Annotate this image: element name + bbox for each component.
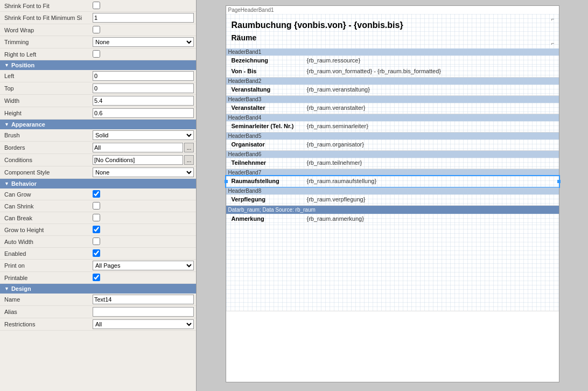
- shrink-font-value: [93, 2, 194, 10]
- word-wrap-checkbox[interactable]: [93, 26, 100, 33]
- header-band-4-label: HeaderBand4: [226, 114, 559, 121]
- report-designer: PageHeaderBand1 Raumbuchung {vonbis.von}…: [197, 0, 588, 391]
- empty-space: [226, 225, 559, 311]
- von-bis-content: Von - Bis {rb_raum.von_formatted} - {rb_…: [226, 66, 559, 77]
- shrink-font-label: Shrink Font to Fit: [2, 3, 93, 9]
- organisator-label: Organisator: [232, 141, 307, 149]
- borders-input[interactable]: [93, 143, 183, 152]
- left-input[interactable]: 0: [93, 71, 194, 81]
- header-band-6-content: Teilnehnmer {rb_raum.teilnehmer}: [226, 158, 559, 169]
- page-header-content: Raumbuchung {vonbis.von} - {vonbis.bis} …: [226, 14, 559, 48]
- header-band-8: HeaderBand8 Verpflegung {rb_raum.verpfle…: [226, 187, 559, 206]
- header-band-5: HeaderBand5 Organisator {rb_raum.organis…: [226, 132, 559, 151]
- right-to-left-checkbox[interactable]: [93, 50, 100, 58]
- can-grow-checkbox[interactable]: [93, 190, 100, 198]
- height-label: Height: [2, 110, 93, 116]
- printable-row: Printable: [0, 272, 196, 284]
- header-band-7-content[interactable]: Raumaufstellung {rb_raum.raumaufstellung…: [226, 176, 559, 187]
- data-band-content: Anmerkung {rb_raum.anmerkung}: [226, 214, 559, 225]
- conditions-label: Conditions: [2, 157, 93, 163]
- printable-checkbox[interactable]: [93, 274, 100, 281]
- trimming-row: Trimming None Character Word: [0, 36, 196, 48]
- von-bis-label: Von - Bis: [232, 68, 307, 75]
- design-section-header[interactable]: Design: [0, 284, 196, 294]
- position-section-header[interactable]: Position: [0, 60, 196, 70]
- can-shrink-label: Can Shrink: [2, 203, 93, 210]
- appearance-label: Appearance: [11, 121, 45, 128]
- alias-input[interactable]: [93, 307, 194, 317]
- top-label: Top: [2, 85, 93, 92]
- enabled-checkbox[interactable]: [93, 249, 100, 257]
- data-band: Datarb_raum; Data Source: rb_raum Anmerk…: [226, 206, 559, 311]
- print-on-label: Print on: [2, 262, 93, 269]
- can-break-row: Can Break: [0, 212, 196, 224]
- shrink-font-checkbox[interactable]: [93, 2, 100, 9]
- position-label: Position: [11, 62, 34, 68]
- brush-select[interactable]: Solid None: [93, 130, 194, 140]
- header-band-2-content: Veranstaltung {rb_raum.veranstaltung}: [226, 85, 559, 95]
- seminarleiter-value: {rb_raum.seminarleiter}: [307, 123, 368, 130]
- can-grow-row: Can Grow: [0, 188, 196, 200]
- word-wrap-row: Word Wrap: [0, 24, 196, 36]
- veranstaltung-value: {rb_raum.veranstaltung}: [307, 86, 370, 94]
- veranstaltung-label: Veranstaltung: [232, 86, 307, 94]
- shrink-font-min-label: Shrink Font to Fit Minimum Si: [2, 15, 93, 21]
- organisator-value: {rb_raum.organisator}: [307, 141, 364, 149]
- design-label: Design: [11, 285, 31, 292]
- brush-row: Brush Solid None: [0, 129, 196, 142]
- top-input[interactable]: 0: [93, 83, 194, 93]
- header-band-3-label: HeaderBand3: [226, 96, 559, 103]
- teilnehnmer-value: {rb_raum.teilnehmer}: [307, 159, 362, 167]
- component-style-row: Component Style None: [0, 166, 196, 179]
- height-input[interactable]: 0.6: [93, 108, 194, 118]
- report-subtitle: Räume: [232, 32, 554, 46]
- enabled-row: Enabled: [0, 248, 196, 260]
- auto-width-checkbox[interactable]: [93, 238, 100, 245]
- borders-btn[interactable]: ...: [184, 143, 194, 152]
- restrictions-row: Restrictions All None: [0, 318, 196, 331]
- bezeichnung-value: {rb_raum.ressource}: [307, 57, 361, 65]
- trimming-select[interactable]: None Character Word: [93, 37, 194, 47]
- component-style-label: Component Style: [2, 169, 93, 176]
- word-wrap-label: Word Wrap: [2, 27, 93, 33]
- print-on-select[interactable]: All Pages First Page Last Page Odd Pages…: [93, 261, 194, 270]
- can-shrink-checkbox[interactable]: [93, 202, 100, 210]
- appearance-section-header[interactable]: Appearance: [0, 120, 196, 129]
- header-band-3-content: Veranstalter {rb_raum.veranstalter}: [226, 103, 559, 114]
- enabled-label: Enabled: [2, 250, 93, 257]
- header-band-4: HeaderBand4 Seminarleiter (Tel. Nr.) {rb…: [226, 114, 559, 132]
- header-band-7-label: HeaderBand7: [226, 169, 559, 176]
- von-bis-value: {rb_raum.von_formatted} - {rb_raum.bis_f…: [307, 68, 441, 75]
- veranstalter-value: {rb_raum.veranstalter}: [307, 104, 366, 112]
- can-break-checkbox[interactable]: [93, 214, 100, 221]
- word-wrap-value: [93, 26, 194, 34]
- behavior-section-header[interactable]: Behavior: [0, 179, 196, 188]
- auto-width-row: Auto Width: [0, 236, 196, 248]
- verpflegung-value: {rb_raum.verpflegung}: [307, 196, 366, 204]
- raumaufstellung-label: Raumaufstellung: [232, 178, 307, 185]
- restrictions-select[interactable]: All None: [93, 319, 194, 329]
- header-band-2-label: HeaderBand2: [226, 78, 559, 85]
- anmerkung-value: {rb_raum.anmerkung}: [307, 215, 364, 223]
- report-page: PageHeaderBand1 Raumbuchung {vonbis.von}…: [226, 5, 559, 382]
- shrink-font-min-input[interactable]: [93, 13, 194, 23]
- header-band-1-label: HeaderBand1: [226, 48, 559, 55]
- teilnehnmer-label: Teilnehnmer: [232, 159, 307, 167]
- width-input[interactable]: 5.4: [93, 96, 194, 106]
- component-style-select[interactable]: None: [93, 167, 194, 177]
- grow-to-height-checkbox[interactable]: [93, 226, 100, 233]
- name-input[interactable]: Text14: [93, 295, 194, 304]
- conditions-btn[interactable]: ...: [184, 155, 194, 165]
- trimming-value: None Character Word: [93, 37, 194, 47]
- right-to-left-row: Right to Left: [0, 48, 196, 60]
- data-band-label: Datarb_raum; Data Source: rb_raum: [226, 206, 559, 214]
- behavior-label: Behavior: [11, 180, 37, 187]
- seminarleiter-label: Seminarleiter (Tel. Nr.): [232, 123, 307, 130]
- alias-row: Alias: [0, 306, 196, 318]
- conditions-row: Conditions ...: [0, 154, 196, 166]
- width-row: Width 5.4: [0, 95, 196, 107]
- name-label: Name: [2, 296, 93, 303]
- grow-to-height-row: Grow to Height: [0, 224, 196, 236]
- conditions-input[interactable]: [93, 155, 183, 165]
- properties-panel: Shrink Font to Fit Shrink Font to Fit Mi…: [0, 0, 197, 391]
